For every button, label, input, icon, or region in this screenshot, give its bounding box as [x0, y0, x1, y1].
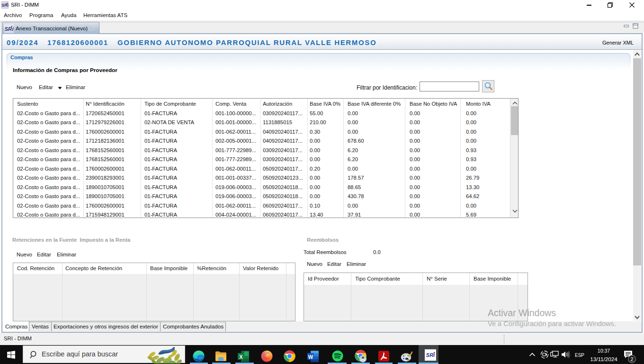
- svg-text:SRi: SRi: [4, 26, 14, 32]
- svg-text:W: W: [308, 354, 313, 360]
- svg-text:2: 2: [630, 356, 633, 362]
- svg-text:X: X: [239, 354, 243, 360]
